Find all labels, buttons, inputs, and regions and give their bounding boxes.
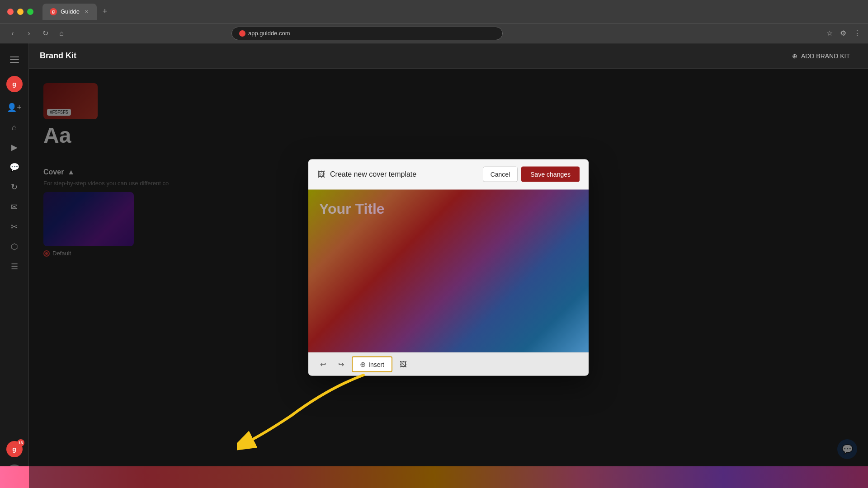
hamburger-menu[interactable]: [5, 51, 24, 69]
add-brand-icon: ⊕: [792, 52, 797, 60]
url-text: app.guidde.com: [248, 30, 290, 37]
settings-icon[interactable]: ⚙: [840, 29, 846, 38]
sidebar-item-add-user[interactable]: 👤+: [6, 99, 23, 116]
browser-chrome: g Guidde ✕ + ‹ › ↻ ⌂ app.guidde.com ☆ ⚙ …: [0, 0, 868, 43]
notification-badge: g 13: [6, 441, 23, 461]
badge-count: 13: [17, 439, 24, 446]
hamburger-line-3: [10, 62, 19, 63]
tab-title: Guidde: [61, 8, 80, 15]
app-logo[interactable]: g: [6, 76, 23, 92]
active-tab[interactable]: g Guidde ✕: [42, 4, 97, 20]
refresh-button[interactable]: ↻: [40, 28, 51, 39]
sidebar-item-refresh[interactable]: ↻: [6, 179, 23, 195]
sidebar-item-videos[interactable]: ▶: [6, 139, 23, 155]
maximize-button[interactable]: [27, 9, 33, 15]
address-bar: ‹ › ↻ ⌂ app.guidde.com ☆ ⚙ ⋮: [0, 23, 868, 43]
modal-title-area: 🖼 Create new cover template: [317, 169, 416, 179]
insert-button[interactable]: ⊕ Insert: [352, 357, 392, 372]
left-sidebar: g 👤+ ⌂ ▶ 💬 ↻ ✉ ✂ ⬡ ☰ g 13 👤: [0, 43, 29, 488]
sidebar-item-home[interactable]: ⌂: [6, 119, 23, 136]
forward-button[interactable]: ›: [24, 28, 34, 39]
site-favicon: [239, 30, 245, 37]
undo-button[interactable]: ↩: [316, 357, 330, 371]
create-cover-modal: 🖼 Create new cover template Cancel Save …: [308, 160, 589, 376]
canvas-title-text: Your Title: [319, 201, 385, 217]
home-button[interactable]: ⌂: [56, 28, 67, 39]
new-tab-button[interactable]: +: [99, 5, 111, 18]
back-button[interactable]: ‹: [7, 28, 18, 39]
close-button[interactable]: [7, 9, 14, 15]
main-content: Brand Kit ⊕ ADD BRAND KIT #F5F5F5 Aa Cov…: [29, 43, 868, 488]
redo-button[interactable]: ↪: [334, 357, 348, 371]
minimize-button[interactable]: [17, 9, 24, 15]
modal-header: 🖼 Create new cover template Cancel Save …: [308, 160, 589, 190]
sidebar-item-puzzle[interactable]: ⬡: [6, 239, 23, 255]
url-bar[interactable]: app.guidde.com: [231, 27, 503, 40]
traffic-lights: [7, 9, 33, 15]
background-button[interactable]: 🖼: [396, 357, 410, 371]
add-brand-label: ADD BRAND KIT: [801, 52, 850, 60]
sidebar-item-comment[interactable]: ✉: [6, 199, 23, 215]
app-layout: g 👤+ ⌂ ▶ 💬 ↻ ✉ ✂ ⬡ ☰ g 13 👤 Brand Kit ⊕ …: [0, 43, 868, 488]
title-bar: g Guidde ✕ +: [0, 0, 868, 23]
page-title: Brand Kit: [40, 51, 76, 61]
modal-title: Create new cover template: [330, 170, 416, 178]
modal-canvas[interactable]: Your Title: [308, 190, 589, 352]
address-bar-icons: ☆ ⚙ ⋮: [826, 29, 861, 38]
sidebar-item-tools[interactable]: ✂: [6, 219, 23, 235]
tab-close-button[interactable]: ✕: [83, 9, 90, 15]
modal-actions: Cancel Save changes: [483, 167, 580, 182]
sidebar-item-list[interactable]: ☰: [6, 258, 23, 275]
add-brand-kit-button[interactable]: ⊕ ADD BRAND KIT: [785, 49, 857, 63]
bookmark-icon[interactable]: ☆: [826, 29, 833, 38]
brand-content-area: #F5F5F5 Aa Cover ▲ For step-by-step vide…: [29, 69, 868, 488]
main-header: Brand Kit ⊕ ADD BRAND KIT: [29, 43, 868, 69]
hamburger-line-2: [10, 59, 19, 60]
hamburger-line-1: [10, 56, 19, 57]
insert-plus-icon: ⊕: [360, 360, 366, 369]
cancel-button[interactable]: Cancel: [483, 167, 518, 182]
modal-image-icon: 🖼: [317, 169, 326, 179]
sidebar-item-chat[interactable]: 💬: [6, 159, 23, 175]
tab-favicon: g: [50, 8, 57, 15]
header-right: ⊕ ADD BRAND KIT: [785, 49, 857, 63]
modal-toolbar: ↩ ↪ ⊕ Insert 🖼: [308, 352, 589, 376]
menu-icon[interactable]: ⋮: [854, 29, 861, 38]
insert-label: Insert: [368, 361, 384, 368]
tab-bar: g Guidde ✕ +: [42, 4, 111, 20]
save-changes-button[interactable]: Save changes: [521, 167, 580, 182]
